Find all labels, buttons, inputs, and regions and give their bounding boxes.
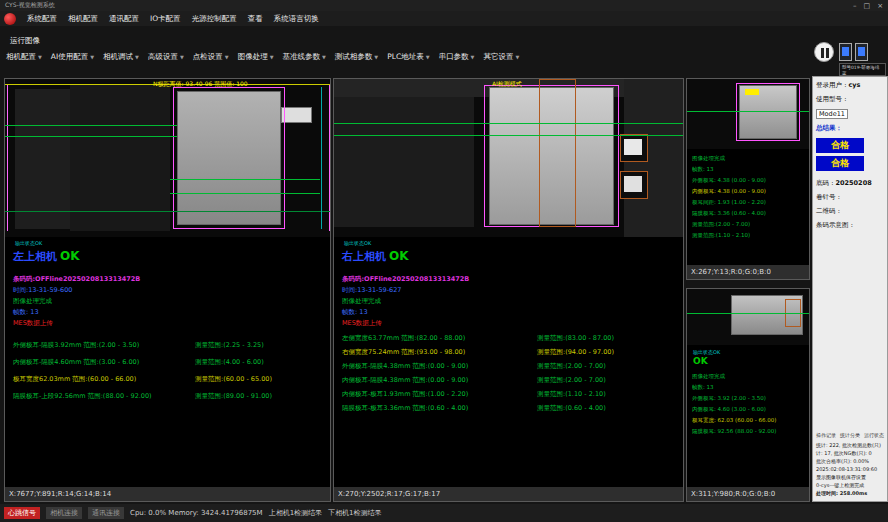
tool-label: PLC地址表 xyxy=(387,52,423,62)
model-value-field[interactable]: Mode11 xyxy=(816,109,848,119)
recipe-info-line1: 型号019-研磨海绵蓝 xyxy=(842,65,883,76)
menu-item-view[interactable]: 查看 xyxy=(248,14,263,24)
pixel-coordinates-bar: X:7677;Y:891;R:14;G:14;B:14 xyxy=(5,487,330,501)
machine-structure xyxy=(15,89,70,229)
measurement-value: 隔膜极耳-上段92.56mm 范围:(88.00 - 92.00) xyxy=(13,392,152,400)
chevron-down-icon: ▼ xyxy=(471,54,475,60)
stats-tab-classification[interactable]: 统计分类 xyxy=(840,431,860,439)
tool-test-params[interactable]: 测试相参数▼ xyxy=(335,52,378,62)
overlay-green-line xyxy=(170,193,320,194)
tool-camera-debug[interactable]: 相机调试▼ xyxy=(103,52,139,62)
cpu-memory-status: Cpu: 0.0% Memory: 3424.41796875M xyxy=(130,509,263,517)
camera-status: OK xyxy=(60,249,80,263)
overlay-green-line xyxy=(334,123,683,124)
measurement-range: 测量范围:(89.00 - 91.00) xyxy=(195,392,272,401)
tool-other-settings[interactable]: 其它设置▼ xyxy=(483,52,519,62)
machine-structure xyxy=(334,97,474,227)
small-camera-image[interactable] xyxy=(687,289,809,345)
tool-baseline-params[interactable]: 基准线参数▼ xyxy=(283,52,326,62)
workpiece-pin xyxy=(281,107,312,123)
pause-icon xyxy=(821,48,824,58)
measurement-value: 内侧极耳-极耳1.93mm 范围:(1.00 - 2.20) xyxy=(342,390,468,398)
tool-image-processing[interactable]: 图像处理▼ xyxy=(238,52,274,62)
frame-count-text: 帧数: 13 xyxy=(342,308,368,317)
measurement-value: 外侧极耳-隔膜4.38mm 范围:(0.00 - 9.00) xyxy=(342,362,468,370)
measurement-row: 内侧极耳-极耳1.93mm 范围:(1.00 - 2.20)测量范围:(1.10… xyxy=(342,390,681,399)
camera-settings-button[interactable] xyxy=(839,43,852,61)
chevron-down-icon: ▼ xyxy=(38,54,42,60)
measurement-value: 内侧极耳-隔膜4.60mm 范围:(3.00 - 6.00) xyxy=(13,358,139,366)
camera-title: 左上相机OK xyxy=(13,249,80,264)
light-control-button[interactable] xyxy=(855,43,868,61)
chevron-down-icon: ▼ xyxy=(426,54,430,60)
stats-line: 2025:02:08-13:31:09:60 xyxy=(816,465,884,473)
left-camera-image[interactable]: N极距离值: 93.40-96 范围值: 100 xyxy=(5,79,330,237)
small-camera-image[interactable] xyxy=(687,79,809,149)
tool-camera-config[interactable]: 相机配置▼ xyxy=(6,52,42,62)
pause-icon xyxy=(826,48,829,58)
tab-run-image[interactable]: 运行图像 xyxy=(10,36,40,46)
machine-structure xyxy=(70,85,170,231)
chevron-down-icon: ▼ xyxy=(374,54,378,60)
measurement-range: 测量范围:(2.00 - 7.00) xyxy=(537,362,606,371)
recipe-info-box: 型号019-研磨海绵蓝 收缩海绵蓝 xyxy=(839,63,886,76)
tool-plc-address-table[interactable]: PLC地址表▼ xyxy=(387,52,429,62)
menu-item-light-control-config[interactable]: 光源控制配置 xyxy=(192,14,237,24)
menu-item-camera-config[interactable]: 相机配置 xyxy=(68,14,98,24)
overlay-label: AI检测模式 xyxy=(492,80,522,89)
camera-title: 右上相机OK xyxy=(342,249,409,264)
right-camera-image[interactable]: AI检测模式 xyxy=(334,79,683,237)
chevron-down-icon: ▼ xyxy=(322,54,326,60)
upper-camera-result-link[interactable]: 上相机1检测结果 xyxy=(269,508,322,518)
time-text: 时间:13-31-59-600 xyxy=(13,286,72,295)
pause-button[interactable] xyxy=(814,42,834,62)
menu-item-io-card-config[interactable]: IO卡配置 xyxy=(150,14,181,24)
window-controls: – □ × xyxy=(853,2,883,10)
stats-line: 0-cys一键上检测完成 xyxy=(816,481,884,489)
lower-camera-result-link[interactable]: 下相机1检测结果 xyxy=(328,508,381,518)
tool-spot-check-settings[interactable]: 点检设置▼ xyxy=(193,52,229,62)
light-icon xyxy=(858,47,865,56)
overlay-orange-rect xyxy=(539,79,576,227)
alert-text: MES数据上传 xyxy=(342,319,382,328)
small-view-text: 图像处理完成 帧数: 13 外侧极耳: 4.38 (0.00 - 9.00) 内… xyxy=(692,153,807,241)
login-user-value: cys xyxy=(849,81,861,89)
measurement-value: 左侧宽度63.77mm 范围:(82.00 - 88.00) xyxy=(342,334,465,342)
window-title: CYS-视觉检测系统 xyxy=(5,1,55,10)
tool-advanced-settings[interactable]: 高级设置▼ xyxy=(148,52,184,62)
tool-label: 基准线参数 xyxy=(283,52,321,62)
menu-item-system-config[interactable]: 系统配置 xyxy=(27,14,57,24)
small-view-line: 外侧极耳: 4.38 (0.00 - 9.00) xyxy=(692,175,807,186)
small-view-line: 测量范围:(2.00 - 7.00) xyxy=(692,219,807,230)
tool-serial-params[interactable]: 串口参数▼ xyxy=(439,52,475,62)
camera-name: 左上相机 xyxy=(13,250,57,263)
menu-item-language-switch[interactable]: 系统语言切换 xyxy=(274,14,319,24)
model-label: 使用型号： xyxy=(816,95,849,103)
tool-label: 串口参数 xyxy=(439,52,469,62)
process-time-text: 处理时间: 258.00ms xyxy=(816,489,884,497)
minimize-button[interactable]: – xyxy=(853,2,857,10)
close-button[interactable]: × xyxy=(877,2,883,10)
overlay-green-line xyxy=(687,111,809,112)
measurement-range: 测量范围:(83.00 - 87.00) xyxy=(537,334,614,343)
measurement-row: 内侧极耳-隔膜4.60mm 范围:(3.00 - 6.00)测量范围:(4.00… xyxy=(13,358,328,367)
small-view-line: 极耳宽度: 62.03 (60.00 - 66.00) xyxy=(692,415,807,426)
barcode-text: 条码码:OFFline2025020813313472B xyxy=(13,275,140,284)
measurement-value: 极耳宽度62.03mm 范围:(60.00 - 66.00) xyxy=(13,375,136,383)
tool-label: 图像处理 xyxy=(238,52,268,62)
measurement-value: 外侧极耳-隔膜3.92mm 范围:(2.00 - 3.50) xyxy=(13,341,139,349)
stats-tab-operations[interactable]: 操作记录 xyxy=(816,431,836,439)
measurement-range: 测量范围:(2.00 - 7.00) xyxy=(537,376,606,385)
camera-name: 右上相机 xyxy=(342,250,386,263)
stats-tab-status[interactable]: 运行状态 xyxy=(864,431,884,439)
maximize-button[interactable]: □ xyxy=(864,2,871,10)
output-status-text: 输出状态OK xyxy=(15,240,42,246)
tool-ai-usage-config[interactable]: AI使用配置▼ xyxy=(51,52,94,62)
small-view-line: 图像处理完成 xyxy=(692,371,807,382)
menu-item-comm-config[interactable]: 通讯配置 xyxy=(109,14,139,24)
overlay-yellow-mark xyxy=(745,89,759,95)
chevron-down-icon: ▼ xyxy=(135,54,139,60)
bright-feature xyxy=(624,139,642,155)
output-status-text: 输出状态OK xyxy=(344,240,371,246)
stats-line: 计: 17, 批次NG数(只): 0 xyxy=(816,449,884,457)
